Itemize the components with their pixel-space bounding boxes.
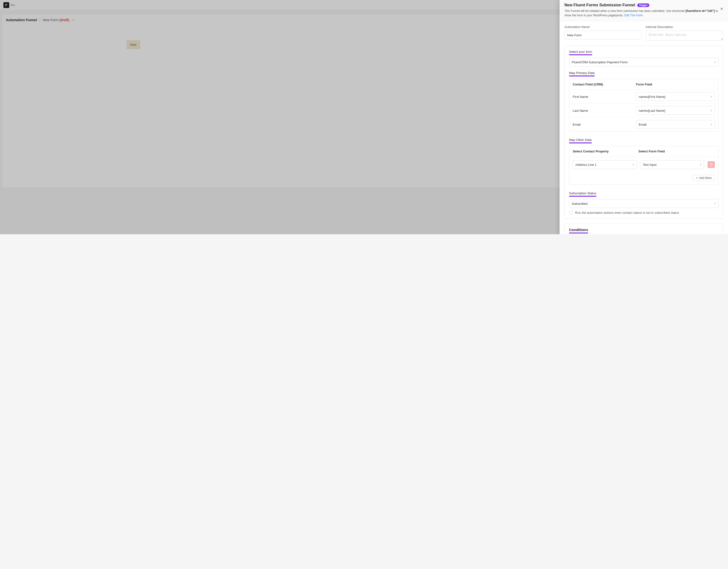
trigger-badge: Trigger	[637, 3, 649, 7]
breadcrumb-sep: /	[39, 18, 40, 22]
col-header-contact: Select Contact Property	[573, 149, 638, 153]
contact-property-value: Address Line 1	[575, 163, 597, 166]
add-more-label: Add More	[699, 176, 712, 180]
form-field-value: names[Last Name]	[639, 109, 665, 112]
col-header-form: Select Form Field	[638, 149, 704, 153]
internal-desc-textarea[interactable]	[646, 31, 723, 40]
pro-badge: Pro	[11, 4, 15, 7]
chevron-down-icon: ▾	[633, 163, 634, 166]
drawer-title: New Fluent Forms Submission Funnel	[564, 3, 635, 7]
form-field-value: Text Input	[643, 163, 656, 166]
form-field-value: names[First Name]	[639, 95, 665, 99]
form-field-select[interactable]: names[First Name] ▾	[636, 92, 715, 101]
map-row: Last Name names[Last Name] ▾	[569, 104, 718, 118]
crm-field-label: Email	[573, 123, 636, 126]
chevron-down-icon: ▾	[711, 109, 712, 112]
subscription-status-label: Subscription Status	[569, 191, 596, 197]
map-other-table: Select Contact Property Select Form Fiel…	[569, 146, 719, 185]
map-other-label: Map Other Data	[569, 138, 592, 143]
drawer-desc-pre: This Funnel will be initiated when a new…	[564, 9, 686, 13]
map-row: Email Email ▾	[569, 118, 718, 131]
crm-field-label: Last Name	[573, 109, 636, 112]
subscription-status-select[interactable]: Subscribed ▾	[569, 199, 719, 208]
close-icon[interactable]	[720, 7, 724, 12]
col-header-form: Form Field	[636, 82, 715, 86]
form-select[interactable]: FluentCRM Subscription Payment Form ▾	[569, 58, 719, 66]
conditions-label: Conditions	[569, 228, 588, 233]
col-header-crm: Contact Field (CRM)	[573, 82, 636, 86]
conditions-card: Conditions Run this automation only once…	[564, 223, 723, 234]
breadcrumb-root[interactable]: Automation Funnel	[6, 18, 37, 22]
plus-icon: +	[696, 176, 698, 180]
map-row: First Name names[First Name] ▾	[569, 90, 718, 104]
internal-desc-label: Internal Description	[646, 25, 723, 29]
chevron-down-icon: ▾	[714, 202, 716, 205]
chevron-down-icon: ▾	[700, 163, 701, 166]
select-form-label: Select your form	[569, 50, 592, 55]
crm-field-label: First Name	[573, 95, 636, 99]
chevron-down-icon: ▾	[714, 61, 716, 64]
map-other-row: Address Line 1 ▾ Text Input ▾	[569, 157, 718, 172]
contact-property-select[interactable]: Address Line 1 ▾	[573, 160, 637, 169]
app-logo-icon	[3, 2, 9, 8]
run-even-unsubscribed-checkbox[interactable]	[569, 211, 573, 214]
map-primary-label: Map Primary Data	[569, 71, 595, 76]
pencil-icon[interactable]	[72, 18, 74, 22]
add-more-button[interactable]: + Add More	[693, 175, 715, 181]
chevron-down-icon: ▾	[711, 123, 712, 126]
run-even-unsubscribed-label: Run the automation actions even contact …	[575, 211, 679, 214]
edit-form-link[interactable]: Edit The Form	[624, 14, 643, 17]
automation-name-input[interactable]	[564, 31, 642, 39]
form-field-select[interactable]: Email ▾	[636, 120, 715, 129]
subscription-status-value: Subscribed	[572, 202, 588, 205]
form-mapping-card: Select your form FluentCRM Subscription …	[564, 46, 723, 219]
drawer-description: This Funnel will be initiated when a new…	[564, 9, 723, 18]
form-field-select[interactable]: Text Input ▾	[640, 160, 704, 169]
chevron-down-icon: ▾	[711, 95, 712, 98]
automation-name-label: Automation Name	[564, 25, 642, 29]
breadcrumb-draft: (draft)	[59, 18, 69, 22]
form-field-select[interactable]: names[Last Name] ▾	[636, 106, 715, 115]
breadcrumb-name: New Form	[43, 18, 58, 22]
map-primary-table: Contact Field (CRM) Form Field First Nam…	[569, 79, 719, 131]
settings-drawer: New Fluent Forms Submission Funnel Trigg…	[560, 0, 728, 234]
drawer-shortcode: [fluentform id="140"]	[686, 9, 715, 13]
form-select-value: FluentCRM Subscription Payment Form	[572, 60, 628, 64]
form-field-value: Email	[639, 123, 647, 126]
delete-row-button[interactable]	[708, 161, 715, 168]
canvas-funnel-chip[interactable]: New	[127, 40, 140, 49]
